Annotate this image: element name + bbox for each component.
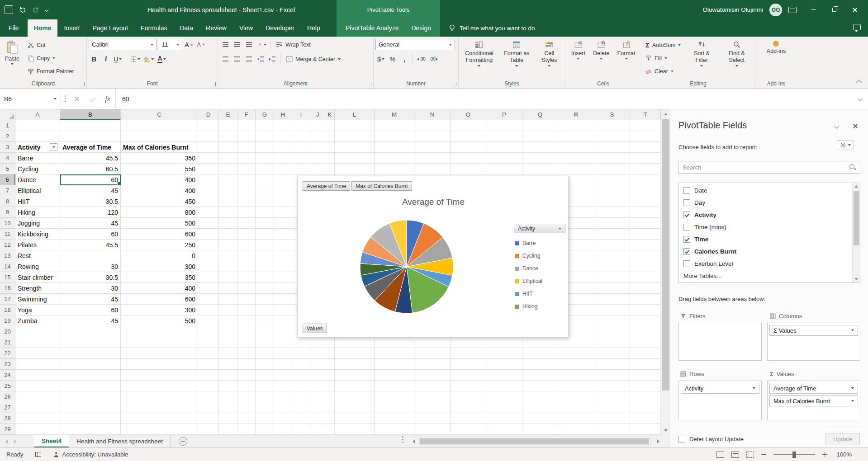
cell-G11[interactable] [256,229,274,240]
cell-F27[interactable] [237,402,256,413]
comments-icon[interactable] [853,24,861,30]
previous-sheet-button[interactable] [5,440,8,443]
cell-B19[interactable]: 45 [60,315,121,326]
cell-B11[interactable]: 60 [60,229,121,240]
cell-B8[interactable]: 30.5 [60,196,121,207]
zoom-in-button[interactable] [822,452,827,457]
cell-H4[interactable] [274,153,292,164]
cell-S17[interactable] [594,294,630,305]
area-item-dropdown-icon[interactable] [851,400,854,402]
cell-D9[interactable] [198,207,219,218]
close-button[interactable] [844,0,865,19]
cell-H1[interactable] [274,120,292,131]
cell-B7[interactable]: 45 [60,185,121,196]
cell-M27[interactable] [375,402,414,413]
cell-G19[interactable] [256,315,274,326]
cell-F23[interactable] [237,359,256,370]
cell-S1[interactable] [594,120,630,131]
cell-R27[interactable] [558,402,594,413]
cell-G1[interactable] [256,120,274,131]
cell-H10[interactable] [274,218,292,229]
accounting-format-button[interactable]: $ [375,53,386,65]
bold-button[interactable]: B [89,53,100,65]
cell-B27[interactable] [60,402,121,413]
normal-view-button[interactable] [716,452,724,458]
align-center-button[interactable] [232,53,242,65]
cell-T28[interactable] [630,413,661,424]
cell-D3[interactable] [198,142,219,153]
cell-P2[interactable] [486,131,522,142]
cell-Q2[interactable] [522,131,558,142]
cell-E27[interactable] [219,402,237,413]
cell-J26[interactable] [310,391,325,402]
cell-M26[interactable] [375,391,414,402]
column-header-C[interactable]: C [121,109,198,120]
cell-G14[interactable] [256,261,274,272]
cell-Q22[interactable] [522,348,558,359]
cell-styles-button[interactable]: Cell Styles [536,38,563,79]
cell-D24[interactable] [198,370,219,381]
orientation-button[interactable] [255,39,268,50]
field-checkbox[interactable] [683,236,690,243]
cell-H28[interactable] [274,413,292,424]
field-item-day[interactable]: Day [679,197,852,209]
accessibility-status[interactable]: Accessibility: Unavailable [53,451,128,458]
cell-D14[interactable] [198,261,219,272]
cell-G17[interactable] [256,294,274,305]
merge-center-button[interactable]: Merge & Center [284,53,343,65]
cell-S24[interactable] [594,370,630,381]
ribbon-tab-home[interactable]: Home [28,19,58,37]
cell-E21[interactable] [219,337,237,348]
cell-B5[interactable]: 60.5 [60,164,121,174]
cell-C26[interactable] [121,391,198,402]
cell-N4[interactable] [414,153,451,164]
cell-B2[interactable] [60,131,121,142]
cell-T19[interactable] [630,315,661,326]
cell-B25[interactable] [60,381,121,391]
cell-O25[interactable] [451,381,486,391]
row-header-15[interactable]: 15 [0,272,15,283]
rows-area-box[interactable]: Activity [678,381,762,420]
column-header-N[interactable]: N [414,109,451,120]
column-header-F[interactable]: F [237,109,256,120]
cell-M1[interactable] [375,120,414,131]
cell-D17[interactable] [198,294,219,305]
cell-C7[interactable]: 400 [121,185,198,196]
italic-button[interactable]: I [100,53,111,65]
cell-E24[interactable] [219,370,237,381]
cell-F12[interactable] [237,240,256,250]
cell-E9[interactable] [219,207,237,218]
cell-F4[interactable] [237,153,256,164]
cell-A7[interactable]: Elliptical [15,185,60,196]
cell-Q3[interactable] [522,142,558,153]
cell-D18[interactable] [198,305,219,315]
horizontal-scrollbar[interactable] [409,437,663,446]
scroll-right-button[interactable] [654,437,663,446]
row-header-25[interactable]: 25 [0,381,15,391]
area-item-values[interactable]: Σ Values [769,325,858,336]
column-header-D[interactable]: D [198,109,219,120]
cell-Q5[interactable] [522,164,558,174]
align-bottom-button[interactable] [243,39,254,50]
cell-C8[interactable]: 450 [121,196,198,207]
percent-style-button[interactable]: % [387,53,398,65]
cell-J23[interactable] [310,359,325,370]
column-header-M[interactable]: M [375,109,414,120]
column-header-I[interactable]: I [292,109,310,120]
cell-F25[interactable] [237,381,256,391]
cell-B17[interactable]: 45 [60,294,121,305]
cell-M29[interactable] [375,424,414,435]
ribbon-tab-formulas[interactable]: Formulas [134,19,173,37]
page-break-view-button[interactable] [746,452,754,458]
cell-T7[interactable] [630,185,661,196]
expand-formula-bar-button[interactable] [852,89,868,109]
cell-J2[interactable] [310,131,325,142]
cell-E22[interactable] [219,348,237,359]
cell-D2[interactable] [198,131,219,142]
row-header-19[interactable]: 19 [0,315,15,326]
restore-button[interactable] [824,0,844,19]
cell-N21[interactable] [414,337,451,348]
cell-M23[interactable] [375,359,414,370]
cell-E26[interactable] [219,391,237,402]
cell-N22[interactable] [414,348,451,359]
